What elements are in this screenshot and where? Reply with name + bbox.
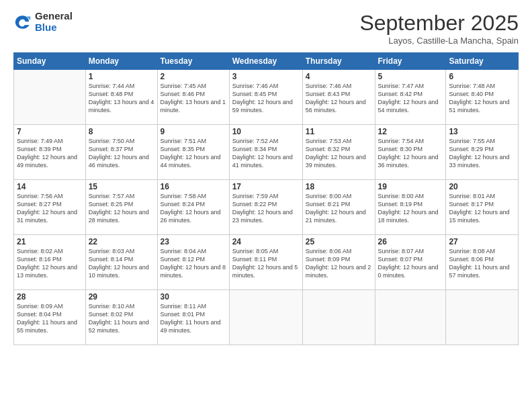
calendar-cell: 9Sunrise: 7:51 AMSunset: 8:35 PMDaylight… xyxy=(157,125,229,180)
calendar-cell: 11Sunrise: 7:53 AMSunset: 8:32 PMDayligh… xyxy=(302,125,375,180)
day-info: Sunrise: 8:05 AMSunset: 8:11 PMDaylight:… xyxy=(232,247,300,280)
day-number: 19 xyxy=(378,182,443,191)
day-info: Sunrise: 7:44 AMSunset: 8:48 PMDaylight:… xyxy=(89,82,154,115)
day-info: Sunrise: 8:11 AMSunset: 8:01 PMDaylight:… xyxy=(161,302,226,335)
logo: General Blue xyxy=(13,11,73,33)
day-number: 15 xyxy=(89,182,154,191)
calendar-cell: 23Sunrise: 8:04 AMSunset: 8:12 PMDayligh… xyxy=(157,235,229,290)
calendar-cell: 5Sunrise: 7:47 AMSunset: 8:42 PMDaylight… xyxy=(375,70,446,125)
day-info: Sunrise: 8:10 AMSunset: 8:02 PMDaylight:… xyxy=(89,302,154,335)
day-number: 7 xyxy=(17,127,83,136)
calendar-subtitle: Layos, Castille-La Mancha, Spain xyxy=(359,36,519,46)
logo-text: General Blue xyxy=(35,11,73,33)
calendar-cell xyxy=(302,290,375,345)
day-info: Sunrise: 7:46 AMSunset: 8:43 PMDaylight:… xyxy=(306,82,372,115)
day-number: 4 xyxy=(306,72,372,81)
day-number: 20 xyxy=(449,182,515,191)
day-number: 1 xyxy=(89,72,154,81)
day-number: 14 xyxy=(17,182,83,191)
calendar-cell: 4Sunrise: 7:46 AMSunset: 8:43 PMDaylight… xyxy=(302,70,375,125)
day-number: 11 xyxy=(306,127,372,136)
calendar-cell: 29Sunrise: 8:10 AMSunset: 8:02 PMDayligh… xyxy=(85,290,157,345)
week-row-3: 21Sunrise: 8:02 AMSunset: 8:16 PMDayligh… xyxy=(14,235,519,290)
calendar-cell: 15Sunrise: 7:57 AMSunset: 8:25 PMDayligh… xyxy=(85,180,157,235)
logo-blue-text: Blue xyxy=(35,22,73,34)
day-info: Sunrise: 8:02 AMSunset: 8:16 PMDaylight:… xyxy=(17,247,83,280)
weekday-header-friday: Friday xyxy=(375,53,446,70)
calendar-cell: 21Sunrise: 8:02 AMSunset: 8:16 PMDayligh… xyxy=(14,235,86,290)
day-number: 6 xyxy=(449,72,515,81)
day-number: 17 xyxy=(232,182,300,191)
day-number: 9 xyxy=(161,127,226,136)
day-info: Sunrise: 7:52 AMSunset: 8:34 PMDaylight:… xyxy=(232,137,300,170)
day-info: Sunrise: 8:07 AMSunset: 8:07 PMDaylight:… xyxy=(378,247,443,280)
calendar-cell: 2Sunrise: 7:45 AMSunset: 8:46 PMDaylight… xyxy=(157,70,229,125)
day-info: Sunrise: 7:57 AMSunset: 8:25 PMDaylight:… xyxy=(89,192,154,225)
day-number: 8 xyxy=(89,127,154,136)
calendar-cell: 16Sunrise: 7:58 AMSunset: 8:24 PMDayligh… xyxy=(157,180,229,235)
day-info: Sunrise: 7:59 AMSunset: 8:22 PMDaylight:… xyxy=(232,192,300,225)
calendar-cell: 20Sunrise: 8:01 AMSunset: 8:17 PMDayligh… xyxy=(446,180,519,235)
day-info: Sunrise: 8:04 AMSunset: 8:12 PMDaylight:… xyxy=(161,247,226,280)
day-number: 28 xyxy=(17,292,83,302)
day-info: Sunrise: 7:45 AMSunset: 8:46 PMDaylight:… xyxy=(161,82,226,115)
day-number: 30 xyxy=(161,292,226,302)
calendar-cell: 28Sunrise: 8:09 AMSunset: 8:04 PMDayligh… xyxy=(14,290,86,345)
calendar-cell: 3Sunrise: 7:46 AMSunset: 8:45 PMDaylight… xyxy=(229,70,302,125)
day-info: Sunrise: 8:01 AMSunset: 8:17 PMDaylight:… xyxy=(449,192,515,225)
day-info: Sunrise: 7:49 AMSunset: 8:39 PMDaylight:… xyxy=(17,137,83,170)
calendar-cell: 10Sunrise: 7:52 AMSunset: 8:34 PMDayligh… xyxy=(229,125,302,180)
day-number: 16 xyxy=(161,182,226,191)
weekday-header-saturday: Saturday xyxy=(446,53,519,70)
day-number: 22 xyxy=(89,237,154,246)
weekday-header-wednesday: Wednesday xyxy=(229,53,302,70)
day-number: 5 xyxy=(378,72,443,81)
day-info: Sunrise: 8:06 AMSunset: 8:09 PMDaylight:… xyxy=(306,247,372,280)
day-number: 12 xyxy=(378,127,443,136)
calendar-cell: 30Sunrise: 8:11 AMSunset: 8:01 PMDayligh… xyxy=(157,290,229,345)
logo-general-text: General xyxy=(35,11,73,22)
weekday-header-monday: Monday xyxy=(85,53,157,70)
day-info: Sunrise: 8:03 AMSunset: 8:14 PMDaylight:… xyxy=(89,247,154,280)
day-info: Sunrise: 7:53 AMSunset: 8:32 PMDaylight:… xyxy=(306,137,372,170)
day-info: Sunrise: 7:56 AMSunset: 8:27 PMDaylight:… xyxy=(17,192,83,225)
day-info: Sunrise: 7:58 AMSunset: 8:24 PMDaylight:… xyxy=(161,192,226,225)
day-info: Sunrise: 8:09 AMSunset: 8:04 PMDaylight:… xyxy=(17,302,83,335)
day-number: 21 xyxy=(17,237,83,246)
calendar-cell: 7Sunrise: 7:49 AMSunset: 8:39 PMDaylight… xyxy=(14,125,86,180)
week-row-0: 1Sunrise: 7:44 AMSunset: 8:48 PMDaylight… xyxy=(14,70,519,125)
page: General Blue September 2025 Layos, Casti… xyxy=(0,0,532,411)
calendar-cell: 12Sunrise: 7:54 AMSunset: 8:30 PMDayligh… xyxy=(375,125,446,180)
day-info: Sunrise: 7:50 AMSunset: 8:37 PMDaylight:… xyxy=(89,137,154,170)
calendar-title: September 2025 xyxy=(359,11,519,36)
header: General Blue September 2025 Layos, Casti… xyxy=(13,11,519,46)
day-info: Sunrise: 8:00 AMSunset: 8:21 PMDaylight:… xyxy=(306,192,372,225)
week-row-1: 7Sunrise: 7:49 AMSunset: 8:39 PMDaylight… xyxy=(14,125,519,180)
day-info: Sunrise: 8:00 AMSunset: 8:19 PMDaylight:… xyxy=(378,192,443,225)
day-number: 29 xyxy=(89,292,154,302)
calendar-table: SundayMondayTuesdayWednesdayThursdayFrid… xyxy=(13,52,519,345)
calendar-cell: 18Sunrise: 8:00 AMSunset: 8:21 PMDayligh… xyxy=(302,180,375,235)
day-number: 3 xyxy=(232,72,300,81)
weekday-header-row: SundayMondayTuesdayWednesdayThursdayFrid… xyxy=(14,53,519,70)
day-number: 18 xyxy=(306,182,372,191)
calendar-cell: 8Sunrise: 7:50 AMSunset: 8:37 PMDaylight… xyxy=(85,125,157,180)
calendar-cell: 26Sunrise: 8:07 AMSunset: 8:07 PMDayligh… xyxy=(375,235,446,290)
calendar-cell: 1Sunrise: 7:44 AMSunset: 8:48 PMDaylight… xyxy=(85,70,157,125)
weekday-header-tuesday: Tuesday xyxy=(157,53,229,70)
day-number: 26 xyxy=(378,237,443,246)
calendar-cell: 6Sunrise: 7:48 AMSunset: 8:40 PMDaylight… xyxy=(446,70,519,125)
day-number: 27 xyxy=(449,237,515,246)
day-info: Sunrise: 7:46 AMSunset: 8:45 PMDaylight:… xyxy=(232,82,300,115)
calendar-cell: 25Sunrise: 8:06 AMSunset: 8:09 PMDayligh… xyxy=(302,235,375,290)
weekday-header-sunday: Sunday xyxy=(14,53,86,70)
day-number: 24 xyxy=(232,237,300,246)
title-section: September 2025 Layos, Castille-La Mancha… xyxy=(359,11,519,46)
week-row-4: 28Sunrise: 8:09 AMSunset: 8:04 PMDayligh… xyxy=(14,290,519,345)
day-number: 2 xyxy=(161,72,226,81)
calendar-cell: 13Sunrise: 7:55 AMSunset: 8:29 PMDayligh… xyxy=(446,125,519,180)
weekday-header-thursday: Thursday xyxy=(302,53,375,70)
calendar-cell xyxy=(229,290,302,345)
calendar-cell: 17Sunrise: 7:59 AMSunset: 8:22 PMDayligh… xyxy=(229,180,302,235)
day-number: 25 xyxy=(306,237,372,246)
